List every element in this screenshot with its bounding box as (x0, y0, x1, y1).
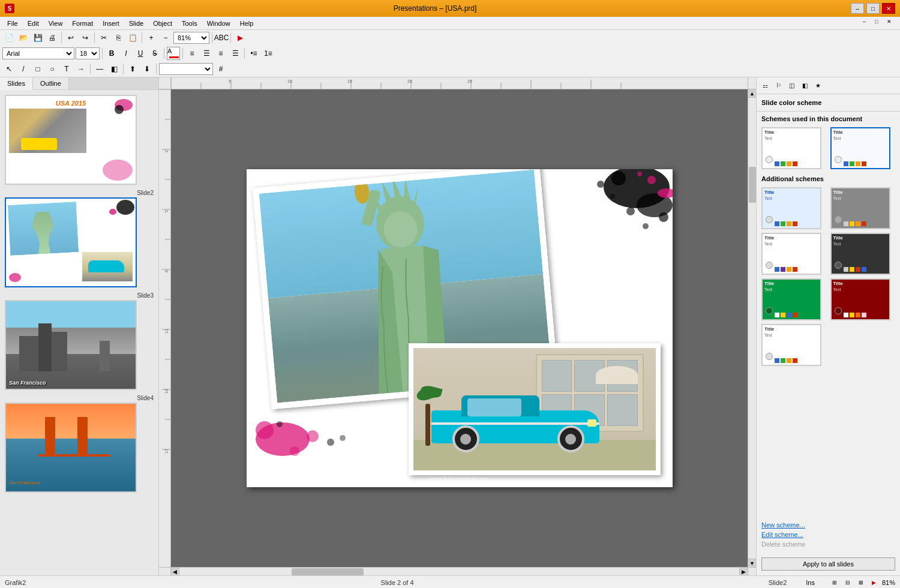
draw-ellipse-button[interactable]: ○ (46, 62, 59, 76)
outline-tab[interactable]: Outline (33, 77, 69, 89)
minimize-button[interactable]: – (851, 3, 864, 14)
draw-select-button[interactable]: ↖ (2, 62, 16, 76)
scroll-down-button[interactable]: ▼ (748, 559, 756, 567)
menu-insert[interactable]: Insert (98, 19, 124, 28)
slides-tab[interactable]: Slides (0, 77, 33, 90)
spellcheck-button[interactable]: ABC (215, 31, 228, 44)
send-back-button[interactable]: ⬇ (140, 62, 154, 76)
undo-button[interactable]: ↩ (64, 31, 77, 44)
menu-file[interactable]: File (2, 19, 23, 28)
slide-show-button[interactable]: ▶ (233, 31, 247, 44)
apply-to-all-slides-button[interactable]: Apply to all slides (761, 557, 895, 571)
fill-color-button[interactable]: ◧ (107, 62, 121, 76)
strikethrough-button[interactable]: S̶ (148, 47, 161, 60)
zoom-out-button[interactable]: − (159, 31, 172, 44)
menu-format[interactable]: Format (67, 19, 98, 28)
photo-vintage-car[interactable] (409, 343, 661, 475)
scheme-used-1[interactable]: Title Text (761, 127, 821, 169)
schemes-used-grid: Title Text Title Text (757, 125, 900, 172)
draw-rect-button[interactable]: □ (31, 62, 44, 76)
numbering-button[interactable]: 1≡ (262, 47, 275, 60)
scheme-add-7[interactable]: Title Text (761, 324, 821, 366)
line-style-button[interactable]: — (93, 62, 106, 76)
bring-front-button[interactable]: ⬆ (126, 62, 139, 76)
rp-btn4[interactable]: ◧ (799, 80, 811, 92)
slide-thumb-1[interactable]: USA 2015 (5, 95, 154, 185)
font-family-select[interactable]: Arial (2, 47, 74, 59)
rp-btn2[interactable]: ⚐ (772, 80, 784, 92)
status-btn1[interactable]: ⊞ (829, 577, 840, 588)
new-scheme-link[interactable]: New scheme... (761, 521, 895, 529)
new-button[interactable]: 📄 (2, 31, 16, 44)
underline-button[interactable]: U (134, 47, 147, 60)
scheme-add-4[interactable]: Title Text (830, 233, 890, 275)
zoom-in-button[interactable]: + (145, 31, 158, 44)
main-layout: Slides Outline USA 2015 (0, 77, 900, 575)
cut-button[interactable]: ✂ (97, 31, 110, 44)
rp-btn5[interactable]: ★ (812, 80, 824, 92)
status-btn3[interactable]: ⊠ (856, 577, 866, 588)
copy-button[interactable]: ⎘ (112, 31, 125, 44)
align-center-button[interactable]: ☰ (200, 47, 213, 60)
right-panel-toolbar: ⚏ ⚐ ◫ ◧ ★ (757, 77, 900, 94)
slide-thumb-4[interactable]: Slide4 San Francisco (5, 395, 154, 493)
scheme-add-6[interactable]: Title Text (830, 278, 890, 320)
horizontal-scrollbar[interactable]: ◀ ▶ (159, 567, 756, 575)
save-button[interactable]: 💾 (31, 31, 44, 44)
rp-btn1[interactable]: ⚏ (759, 80, 771, 92)
bullets-button[interactable]: •≡ (247, 47, 260, 60)
scroll-right-button[interactable]: ▶ (739, 568, 748, 575)
grid-button[interactable]: # (214, 62, 227, 76)
scheme-add-3[interactable]: Title Text (761, 233, 821, 275)
scheme-add-1[interactable]: Title Text (761, 187, 821, 229)
menu-view[interactable]: View (44, 19, 68, 28)
vertical-scrollbar[interactable]: ▲ ▼ (748, 89, 756, 567)
paste-button[interactable]: 📋 (126, 31, 139, 44)
draw-arrow-button[interactable]: → (74, 62, 88, 76)
justify-button[interactable]: ☰ (229, 47, 242, 60)
maximize-button[interactable]: □ (866, 3, 880, 14)
font-size-select[interactable]: 18 (76, 47, 100, 59)
align-left-button[interactable]: ≡ (185, 47, 199, 60)
menu-edit[interactable]: Edit (23, 19, 44, 28)
slide-thumb-3[interactable]: Slide3 San Francisco (5, 292, 154, 390)
scroll-left-button[interactable]: ◀ (171, 568, 179, 575)
inner-close-button[interactable]: ✕ (887, 19, 898, 28)
inner-minimize-button[interactable]: – (863, 19, 874, 28)
menu-window[interactable]: Window (202, 19, 235, 28)
zoom-select[interactable]: 81% 100% 75% (173, 32, 209, 44)
menu-slide[interactable]: Slide (124, 19, 148, 28)
rp-btn3[interactable]: ◫ (785, 80, 797, 92)
delete-scheme-text: Delete scheme (761, 541, 895, 548)
redo-button[interactable]: ↪ (79, 31, 92, 44)
color-scheme-select[interactable] (159, 63, 213, 75)
menu-help[interactable]: Help (235, 19, 259, 28)
bold-button[interactable]: B (105, 47, 118, 60)
edit-scheme-link[interactable]: Edit scheme... (761, 531, 895, 538)
scheme-used-2[interactable]: Title Text (830, 127, 890, 169)
scroll-up-button[interactable]: ▲ (748, 89, 756, 98)
open-button[interactable]: 📂 (17, 31, 30, 44)
separator (212, 32, 212, 43)
status-play-button[interactable]: ▶ (869, 577, 880, 588)
draw-line-button[interactable]: / (17, 62, 30, 76)
font-color-button[interactable]: A (167, 47, 180, 60)
print-button[interactable]: 🖨 (46, 31, 59, 44)
slide-canvas[interactable]: www.fullcrackindir.com (247, 169, 673, 487)
svg-point-44 (611, 171, 626, 185)
draw-text-button[interactable]: T (60, 62, 73, 76)
menu-object[interactable]: Object (148, 19, 177, 28)
scheme-add-5[interactable]: Title Text (761, 278, 821, 320)
separator (142, 32, 142, 43)
menu-tools[interactable]: Tools (177, 19, 202, 28)
scheme-add-2[interactable]: Title Text (830, 187, 890, 229)
h-scroll-thumb[interactable] (292, 568, 364, 575)
svg-text:20: 20 (407, 79, 412, 83)
scroll-thumb[interactable] (749, 167, 756, 203)
italic-button[interactable]: I (119, 47, 133, 60)
slide-thumb-2[interactable]: Slide2 (5, 190, 154, 287)
status-btn2[interactable]: ⊟ (842, 577, 853, 588)
inner-maximize-button[interactable]: □ (875, 19, 886, 28)
align-right-button[interactable]: ≡ (214, 47, 227, 60)
close-button[interactable]: ✕ (882, 3, 895, 14)
